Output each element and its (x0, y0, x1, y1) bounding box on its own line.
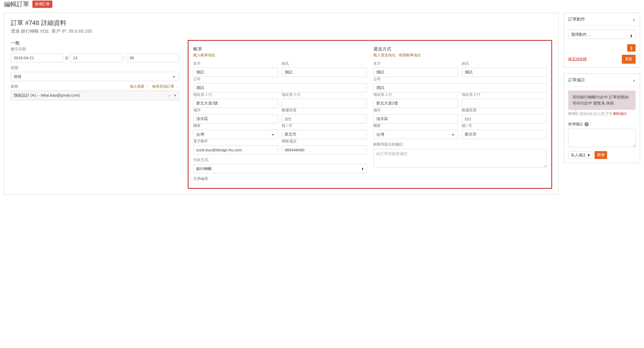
shipping-last-name-label: 姓氏 (462, 61, 547, 66)
move-to-trash-link[interactable]: 移至回收桶 (568, 57, 587, 62)
billing-address1-input[interactable] (193, 99, 278, 108)
billing-email-label: 電子郵件 (193, 139, 278, 144)
shipping-address2-input[interactable] (462, 99, 547, 108)
customer-note-textarea[interactable] (373, 149, 547, 167)
order-actions-panel: 訂單動作 ▲ 選擇動作… ▲▼ ❯ 移至回收桶 更新 (564, 13, 640, 68)
profile-link[interactable]: 個人檔案 → (130, 84, 149, 88)
billing-postcode-label: 郵遞區號 (282, 108, 366, 113)
shipping-state-input[interactable] (462, 130, 547, 139)
created-hour-input[interactable] (70, 53, 122, 62)
customer-note-label: 顧客所提出的備註: (373, 142, 547, 147)
created-date-input[interactable] (11, 53, 63, 62)
help-icon[interactable]: ? (584, 122, 589, 126)
billing-last-name-label: 姓氏 (282, 61, 366, 66)
new-note-textarea[interactable] (568, 129, 636, 147)
time-sep: : (124, 56, 125, 60)
billing-section-title: 帳單 (193, 46, 366, 52)
billing-state-label: 縣 / 市 (282, 123, 366, 128)
at-symbol: @ (65, 56, 68, 60)
shipping-city-label: 城市 (373, 108, 458, 113)
apply-action-button[interactable]: ❯ (627, 44, 636, 52)
billing-city-label: 城市 (193, 108, 278, 113)
shipping-company-label: 公司 (373, 77, 547, 82)
shipping-address1-input[interactable] (373, 99, 458, 108)
add-note-label: 新增備註 (568, 122, 583, 127)
other-orders-link[interactable]: 檢視其他訂單 → (152, 84, 179, 88)
shipping-first-name-label: 名字 (373, 61, 458, 66)
delete-note-link[interactable]: 刪除備註 (613, 112, 627, 116)
billing-address2-label: 地址第 2 行 (282, 92, 366, 97)
shipping-last-name-input[interactable] (462, 68, 547, 77)
chevron-right-icon: ❯ (630, 46, 633, 50)
billing-company-input[interactable] (193, 83, 366, 92)
shipping-first-name-input[interactable] (373, 68, 458, 77)
shipping-company-input[interactable] (373, 83, 547, 92)
order-note-meta: 新增於 2019-04-21 1:35 下午 刪除備註 (568, 111, 636, 116)
created-date-label: 建立日期: (11, 47, 179, 52)
panel-collapse-icon[interactable]: ▲ (632, 18, 636, 21)
copy-billing-address-link[interactable]: 複製帳單地址 (399, 53, 421, 57)
customer-value: 鵠崙設計 (#1 – tekai.kao@gmail.com) (14, 93, 80, 98)
payment-method-label: 付款方式: (193, 158, 366, 162)
order-note: 等待銀行轉帳付款中 訂單狀態由 等待付款中 變更為 保留. (568, 91, 636, 110)
panel-collapse-icon[interactable]: ▲ (632, 78, 636, 82)
created-minute-input[interactable] (127, 53, 179, 62)
billing-last-name-input[interactable] (282, 68, 366, 77)
shipping-city-input[interactable] (373, 114, 458, 123)
transaction-id-label: 交易編號 (193, 176, 366, 181)
billing-postcode-input[interactable] (282, 114, 366, 123)
shipping-address2-label: 地址第 2 行 (462, 92, 547, 97)
billing-first-name-input[interactable] (193, 68, 278, 77)
page-title: 編輯訂單 (4, 0, 29, 8)
billing-company-label: 公司 (193, 77, 366, 82)
billing-state-input[interactable] (282, 130, 366, 139)
customer-select[interactable]: 鵠崙設計 (#1 – tekai.kao@gmail.com) × ▾ (11, 91, 179, 100)
status-label: 狀態: (11, 66, 179, 70)
order-title: 訂單 #748 詳細資料 (11, 19, 552, 27)
billing-email-input[interactable] (193, 145, 278, 155)
shipping-postcode-label: 郵遞區號 (462, 108, 547, 113)
payment-method-select[interactable]: 銀行轉帳 (193, 164, 366, 173)
customer-clear-icon[interactable]: × (169, 93, 171, 98)
shipping-state-label: 縣 / 市 (462, 123, 547, 128)
order-subtitle: 透過 銀行轉帳 付款. 客戶 IP: 39.8.69.185 (11, 28, 552, 34)
order-panel: 訂單 #748 詳細資料 透過 銀行轉帳 付款. 客戶 IP: 39.8.69.… (4, 13, 558, 195)
billing-country-label: 國家 (193, 123, 278, 128)
shipping-section-title: 運送方式 (373, 46, 547, 52)
billing-phone-label: 聯絡電話 (282, 139, 366, 144)
add-note-button[interactable]: 新增 (595, 151, 607, 159)
billing-address2-input[interactable] (282, 99, 366, 108)
new-order-button[interactable]: 新增訂單 (32, 1, 52, 8)
customer-label: 顧客: (11, 84, 19, 89)
load-billing-address-link[interactable]: 載入帳單地址 (193, 53, 215, 57)
order-action-select[interactable]: 選擇動作… (568, 30, 636, 39)
load-shipping-address-link[interactable]: 載入運送地址 (373, 53, 395, 57)
chevron-down-icon: ▾ (174, 93, 176, 98)
billing-country-select[interactable]: 台灣 (193, 130, 278, 139)
shipping-country-label: 國家 (373, 123, 458, 128)
shipping-address1-label: 地址第 1 行 (373, 92, 458, 97)
billing-address1-label: 地址第 1 行 (193, 92, 278, 97)
billing-first-name-label: 名字 (193, 61, 278, 66)
shipping-country-select[interactable]: 台灣 (373, 130, 458, 139)
billing-city-input[interactable] (193, 114, 278, 123)
note-type-select[interactable]: 私人備註 (568, 151, 592, 159)
order-notes-panel: 訂單備註 ▲ 等待銀行轉帳付款中 訂單狀態由 等待付款中 變更為 保留. 新增於… (564, 73, 640, 163)
order-actions-title: 訂單動作 (568, 17, 585, 22)
note-timestamp: 2019-04-21 1:35 下午 (579, 112, 612, 116)
shipping-postcode-input[interactable] (462, 114, 547, 123)
update-button[interactable]: 更新 (622, 55, 636, 64)
status-select[interactable]: 保留 (11, 72, 179, 81)
general-section-title: 一般 (11, 40, 179, 46)
billing-phone-input[interactable] (282, 145, 366, 155)
order-notes-title: 訂單備註 (568, 77, 585, 83)
